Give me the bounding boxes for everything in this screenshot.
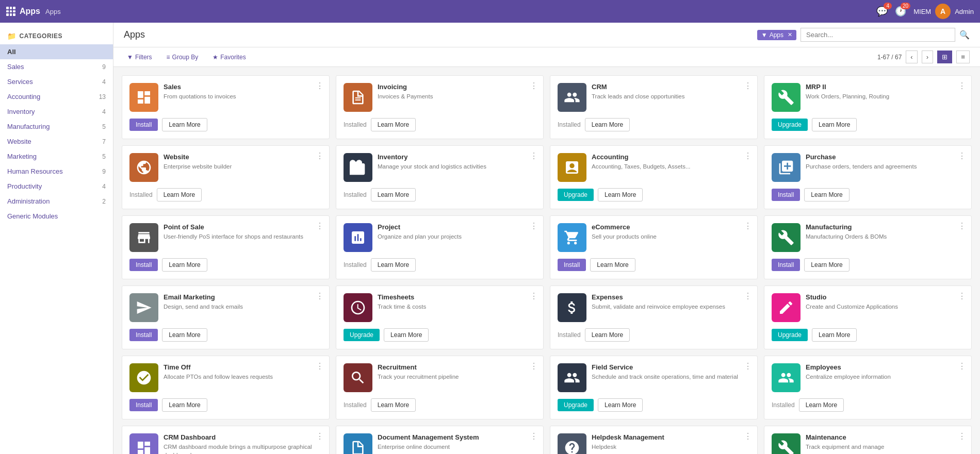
install-button[interactable]: Install bbox=[772, 189, 800, 201]
app-card-header: Accounting Accounting, Taxes, Budgets, A… bbox=[558, 153, 750, 182]
install-button[interactable]: Install bbox=[129, 399, 158, 411]
learn-more-button[interactable]: Learn More bbox=[590, 258, 635, 272]
sidebar-item-human-resources[interactable]: Human Resources9 bbox=[0, 164, 113, 179]
learn-more-button[interactable]: Learn More bbox=[162, 118, 207, 131]
learn-more-button[interactable]: Learn More bbox=[157, 188, 202, 201]
app-menu-icon[interactable]: ⋮ bbox=[958, 431, 966, 441]
app-menu-icon[interactable]: ⋮ bbox=[316, 151, 324, 161]
messages-badge[interactable]: 💬 4 bbox=[876, 6, 888, 17]
grid-view-button[interactable]: ⊞ bbox=[937, 51, 952, 63]
activity-badge[interactable]: 🕐 20 bbox=[895, 6, 906, 17]
app-menu-icon[interactable]: ⋮ bbox=[744, 291, 752, 301]
learn-more-button[interactable]: Learn More bbox=[162, 398, 207, 412]
app-menu-icon[interactable]: ⋮ bbox=[958, 81, 966, 91]
app-info: MRP II Work Orders, Planning, Routing bbox=[806, 83, 964, 100]
app-icon bbox=[129, 293, 158, 322]
search-input[interactable] bbox=[801, 28, 955, 42]
app-menu-icon[interactable]: ⋮ bbox=[530, 81, 538, 91]
search-bar: ▼ Apps ✕ 🔍 bbox=[757, 28, 970, 42]
app-menu-icon[interactable]: ⋮ bbox=[530, 151, 538, 161]
sidebar-item-accounting[interactable]: Accounting13 bbox=[0, 89, 113, 104]
learn-more-button[interactable]: Learn More bbox=[804, 188, 849, 201]
app-name: Project bbox=[378, 223, 536, 231]
app-menu-icon[interactable]: ⋮ bbox=[958, 361, 966, 371]
list-view-button[interactable]: ≡ bbox=[956, 51, 970, 63]
sidebar-item-generic-modules[interactable]: Generic Modules bbox=[0, 209, 113, 224]
learn-more-button[interactable]: Learn More bbox=[812, 118, 857, 131]
app-menu-icon[interactable]: ⋮ bbox=[316, 431, 324, 441]
upgrade-button[interactable]: Upgrade bbox=[558, 189, 594, 201]
learn-more-button[interactable]: Learn More bbox=[585, 328, 630, 342]
app-menu-icon[interactable]: ⋮ bbox=[316, 221, 324, 231]
learn-more-button[interactable]: Learn More bbox=[804, 258, 849, 272]
learn-more-button[interactable]: Learn More bbox=[371, 258, 416, 272]
avatar: A bbox=[935, 4, 951, 19]
sidebar-item-manufacturing[interactable]: Manufacturing5 bbox=[0, 119, 113, 134]
app-desc: Track equipment and manage bbox=[806, 443, 964, 451]
sidebar-item-services[interactable]: Services4 bbox=[0, 74, 113, 89]
user-menu[interactable]: MIEM A Admin bbox=[913, 4, 974, 19]
search-button[interactable]: 🔍 bbox=[959, 30, 970, 40]
install-button[interactable]: Install bbox=[772, 259, 800, 271]
sidebar-item-label: Services bbox=[7, 78, 33, 86]
app-desc: Centralize employee information bbox=[806, 373, 964, 381]
app-menu-icon[interactable]: ⋮ bbox=[744, 81, 752, 91]
app-menu-icon[interactable]: ⋮ bbox=[316, 291, 324, 301]
sidebar-item-all[interactable]: All bbox=[0, 44, 113, 59]
app-menu-icon[interactable]: ⋮ bbox=[744, 361, 752, 371]
filter-tag[interactable]: ▼ Apps ✕ bbox=[757, 30, 796, 40]
learn-more-button[interactable]: Learn More bbox=[371, 188, 416, 201]
learn-more-button[interactable]: Learn More bbox=[799, 398, 844, 412]
app-menu-icon[interactable]: ⋮ bbox=[744, 221, 752, 231]
favorites-button[interactable]: ★ Favorites bbox=[209, 52, 249, 63]
sidebar-item-productivity[interactable]: Productivity4 bbox=[0, 179, 113, 194]
app-info: eCommerce Sell your products online bbox=[592, 223, 750, 241]
app-name: Website bbox=[164, 153, 322, 161]
sidebar-item-label: All bbox=[7, 48, 16, 56]
sidebar-item-administration[interactable]: Administration2 bbox=[0, 194, 113, 209]
sidebar-item-sales[interactable]: Sales9 bbox=[0, 59, 113, 74]
app-menu-icon[interactable]: ⋮ bbox=[530, 221, 538, 231]
learn-more-button[interactable]: Learn More bbox=[598, 188, 643, 201]
app-menu-icon[interactable]: ⋮ bbox=[316, 81, 324, 91]
learn-more-button[interactable]: Learn More bbox=[162, 258, 207, 272]
install-button[interactable]: Install bbox=[129, 119, 158, 131]
filters-button[interactable]: ▼ Filters bbox=[124, 52, 155, 63]
app-menu-icon[interactable]: ⋮ bbox=[958, 221, 966, 231]
app-name: Point of Sale bbox=[164, 223, 322, 231]
learn-more-button[interactable]: Learn More bbox=[384, 328, 429, 342]
groupby-button[interactable]: ≡ Group By bbox=[164, 52, 202, 63]
learn-more-button[interactable]: Learn More bbox=[812, 328, 857, 342]
upgrade-button[interactable]: Upgrade bbox=[772, 329, 808, 341]
app-menu-icon[interactable]: ⋮ bbox=[316, 361, 324, 371]
next-page-button[interactable]: › bbox=[922, 51, 933, 63]
install-button[interactable]: Install bbox=[129, 259, 158, 271]
upgrade-button[interactable]: Upgrade bbox=[772, 119, 808, 131]
app-menu-icon[interactable]: ⋮ bbox=[958, 151, 966, 161]
app-menu-icon[interactable]: ⋮ bbox=[530, 291, 538, 301]
app-info: Helpdesk Management Helpdesk bbox=[592, 433, 750, 451]
install-button[interactable]: Install bbox=[558, 259, 586, 271]
learn-more-button[interactable]: Learn More bbox=[371, 118, 416, 131]
sidebar-item-marketing[interactable]: Marketing5 bbox=[0, 149, 113, 164]
install-button[interactable]: Install bbox=[129, 329, 158, 341]
app-menu-icon[interactable]: ⋮ bbox=[744, 431, 752, 441]
app-menu-icon[interactable]: ⋮ bbox=[744, 151, 752, 161]
grid-menu-icon[interactable] bbox=[6, 7, 15, 16]
brand-logo[interactable]: Apps bbox=[6, 7, 40, 16]
sidebar-item-count: 4 bbox=[102, 108, 106, 115]
app-menu-icon[interactable]: ⋮ bbox=[530, 361, 538, 371]
app-icon bbox=[129, 433, 158, 454]
sidebar-item-inventory[interactable]: Inventory4 bbox=[0, 104, 113, 119]
upgrade-button[interactable]: Upgrade bbox=[558, 399, 594, 411]
app-menu-icon[interactable]: ⋮ bbox=[958, 291, 966, 301]
upgrade-button[interactable]: Upgrade bbox=[344, 329, 380, 341]
prev-page-button[interactable]: ‹ bbox=[906, 51, 917, 63]
app-menu-icon[interactable]: ⋮ bbox=[530, 431, 538, 441]
learn-more-button[interactable]: Learn More bbox=[162, 328, 207, 342]
learn-more-button[interactable]: Learn More bbox=[598, 398, 643, 412]
filter-tag-close[interactable]: ✕ bbox=[788, 31, 792, 38]
sidebar-item-website[interactable]: Website7 bbox=[0, 134, 113, 149]
learn-more-button[interactable]: Learn More bbox=[371, 398, 416, 412]
learn-more-button[interactable]: Learn More bbox=[585, 118, 630, 131]
